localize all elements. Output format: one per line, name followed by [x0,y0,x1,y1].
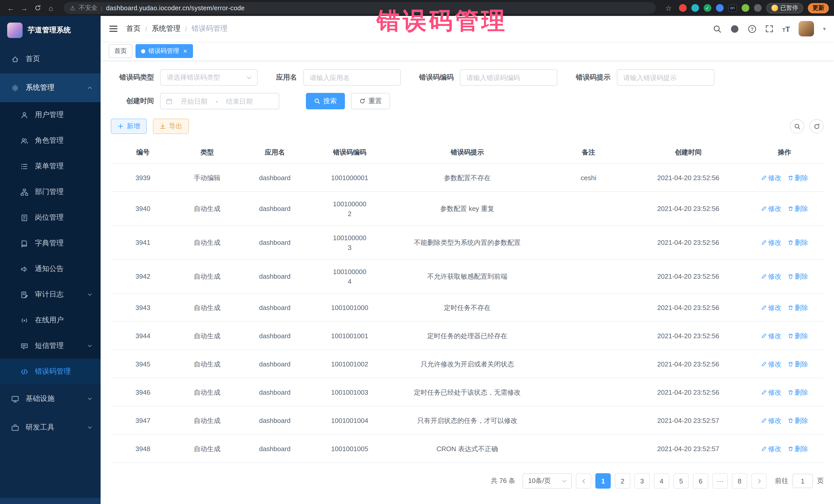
end-date-input[interactable] [221,97,258,105]
sidebar-item-system[interactable]: 系统管理 [0,73,101,102]
start-date-input[interactable] [176,97,213,105]
page-button[interactable]: 4 [654,473,669,489]
sidebar-item-error-code-mgmt[interactable]: 错误码管理 [0,359,101,385]
page-button[interactable]: 2 [615,473,630,489]
toggle-search-button[interactable] [790,119,804,133]
tab-error-code[interactable]: 错误码管理 × [135,44,193,58]
page-button[interactable]: 3 [634,473,650,489]
error-type-select[interactable]: 请选择错误码类型 [160,69,258,86]
caret-down-icon[interactable]: ▾ [823,25,826,32]
delete-link[interactable]: 删除 [788,271,808,281]
browser-home-button[interactable]: ⌂ [45,2,57,14]
sidebar-item-devtools[interactable]: 研发工具 [0,413,101,442]
sidebar-item-dept-mgmt[interactable]: 部门管理 [0,179,101,205]
column-header: 操作 [745,148,824,157]
tab-home[interactable]: 首页 [109,44,132,58]
goto-page-input[interactable] [792,474,813,488]
sidebar-collapse-bar[interactable] [0,498,101,504]
sidebar-item-notice[interactable]: 通知公告 [0,256,101,282]
font-size-icon[interactable]: TT [782,25,790,32]
github-icon[interactable] [730,24,739,33]
page-button[interactable]: 6 [693,473,708,489]
sidebar-item-user-mgmt[interactable]: 用户管理 [0,102,101,128]
date-range-picker[interactable]: - [160,93,279,109]
sidebar-item-post-mgmt[interactable]: 岗位管理 [0,205,101,231]
trash-icon [788,240,793,245]
sidebar-item-audit-log[interactable]: 审计日志 [0,282,101,307]
edit-link[interactable]: 修改 [761,387,782,397]
sidebar-item-home[interactable]: 首页 [0,45,101,73]
edit-link[interactable]: 修改 [761,238,782,247]
bookmark-star-icon[interactable]: ☆ [663,2,674,14]
overlay-annotation: 错误码管理 [377,5,508,37]
app-logo-row: 芋道管理系统 [0,16,101,45]
sidebar-item-infra[interactable]: 基础设施 [0,385,101,413]
address-bar[interactable]: ⚠ 不安全 | dashboard.yudao.iocoder.cn/syste… [64,2,656,14]
hamburger-icon[interactable] [109,25,118,33]
fullscreen-icon[interactable] [765,25,773,33]
edit-link[interactable]: 修改 [761,359,782,369]
delete-link[interactable]: 删除 [788,303,808,312]
extension-icon[interactable] [754,4,761,12]
next-page-button[interactable] [751,473,767,489]
edit-link[interactable]: 修改 [761,415,782,425]
extension-icon[interactable] [741,4,749,12]
sidebar-item-dict-mgmt[interactable]: 字典管理 [0,231,101,256]
reset-button[interactable]: 重置 [351,93,390,109]
sidebar-item-role-mgmt[interactable]: 角色管理 [0,128,101,153]
delete-link[interactable]: 删除 [788,238,808,247]
edit-link[interactable]: 修改 [761,204,782,214]
search-button[interactable]: 搜索 [306,93,345,109]
breadcrumb-system[interactable]: 系统管理 [152,24,180,34]
extension-icon[interactable] [691,4,699,12]
sidebar-item-menu-mgmt[interactable]: 菜单管理 [0,153,101,179]
delete-link[interactable]: 删除 [788,444,808,454]
delete-link[interactable]: 删除 [788,173,808,182]
edit-link[interactable]: 修改 [761,173,782,182]
edit-link[interactable]: 修改 [761,331,782,341]
page-button[interactable]: 8 [732,473,747,489]
extension-icon[interactable]: ✓ [703,4,711,12]
page-button[interactable]: ··· [712,473,728,489]
page-button[interactable]: 5 [673,473,689,489]
org-tree-icon [21,188,29,196]
error-message-input[interactable] [617,69,714,86]
delete-link[interactable]: 删除 [788,204,808,214]
extension-badge[interactable]: on [728,4,737,12]
calendar-icon [166,98,172,105]
sidebar-item-online-user[interactable]: 在线用户 [0,307,101,333]
delete-link[interactable]: 删除 [788,387,808,397]
refresh-table-button[interactable] [809,119,824,133]
extension-icon[interactable] [716,4,723,12]
sidebar-item-sms-mgmt[interactable]: 短信管理 [0,333,101,359]
error-code-input[interactable] [460,69,557,86]
search-icon[interactable] [713,24,722,33]
delete-link[interactable]: 删除 [788,331,808,341]
chevron-down-icon [87,343,92,349]
edit-link[interactable]: 修改 [761,303,782,312]
browser-reload-button[interactable] [32,2,43,14]
grid-icon [11,395,20,403]
browser-update-button[interactable]: 更新 [808,3,829,13]
browser-back-button[interactable]: ← [5,2,17,14]
breadcrumb-home[interactable]: 首页 [126,24,140,34]
delete-link[interactable]: 删除 [788,359,808,369]
extension-icon[interactable] [679,4,686,12]
edit-link[interactable]: 修改 [761,271,782,281]
page-button[interactable]: 1 [595,473,611,489]
app-name-input[interactable] [303,69,400,86]
export-button[interactable]: 导出 [153,118,189,134]
help-icon[interactable]: ? [748,24,756,33]
browser-forward-button[interactable]: → [19,2,30,14]
paused-badge[interactable]: 已暂停 [766,3,803,13]
delete-link[interactable]: 删除 [788,415,808,425]
close-tab-icon[interactable]: × [183,48,187,54]
cell-app: dashboard [239,269,310,283]
page-size-select[interactable]: 10条/页 [523,473,572,489]
code-icon [21,368,29,375]
add-button[interactable]: 新增 [111,118,147,134]
prev-page-button[interactable] [576,473,591,489]
user-avatar[interactable] [799,21,814,37]
cell-type: 自动生成 [175,301,239,314]
edit-link[interactable]: 修改 [761,444,782,454]
